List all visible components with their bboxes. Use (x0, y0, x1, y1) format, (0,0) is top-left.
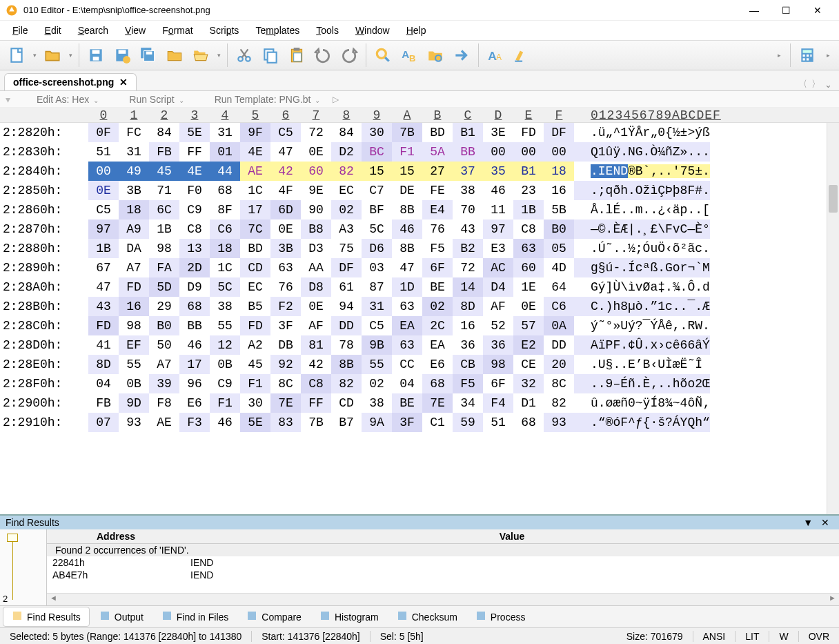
menu-search[interactable]: Search (71, 22, 115, 39)
hex-row[interactable]: 2:2860h:C5186CC98F176D9002BF8BE470111B5B… (0, 200, 839, 219)
hex-byte[interactable]: D4 (483, 277, 513, 297)
hex-byte[interactable]: 3B (270, 239, 301, 258)
hex-byte[interactable]: 05 (544, 239, 574, 258)
tab-list-icon[interactable]: ⌄ (825, 79, 832, 90)
hex-byte[interactable]: 15 (362, 162, 392, 181)
hex-byte[interactable]: 70 (453, 200, 483, 219)
hex-byte[interactable]: CC (392, 355, 422, 374)
hex-byte[interactable]: 55 (210, 316, 240, 335)
paste-button[interactable] (284, 43, 309, 68)
hex-byte[interactable]: 04 (88, 374, 119, 393)
hex-byte[interactable]: E2 (513, 335, 544, 355)
hex-byte[interactable]: 47 (88, 277, 119, 297)
hex-byte[interactable]: 38 (453, 181, 483, 200)
hex-byte[interactable]: 00 (544, 142, 574, 162)
hex-byte[interactable]: CB (453, 355, 483, 374)
hex-byte[interactable]: DF (544, 123, 574, 142)
hex-byte[interactable]: C8 (513, 219, 544, 239)
scrollbar-thumb[interactable] (829, 185, 838, 213)
hex-ascii[interactable]: ý˜°»Uý?¯ÝÅê,.RW. (574, 316, 710, 335)
hex-byte[interactable]: CD (240, 258, 270, 277)
hex-byte[interactable]: BF (362, 200, 392, 219)
hex-col-header[interactable]: 0 (88, 108, 119, 122)
hex-byte[interactable]: 2C (422, 316, 453, 335)
hex-byte[interactable]: 94 (331, 297, 362, 316)
calculator-button[interactable] (795, 43, 820, 68)
hex-byte[interactable]: 8D (88, 355, 119, 374)
hex-byte[interactable]: 00 (513, 142, 544, 162)
hex-byte[interactable]: EA (392, 316, 422, 335)
hex-byte[interactable]: 5C (362, 219, 392, 239)
hex-byte[interactable]: E3 (483, 239, 513, 258)
hex-byte[interactable]: 46 (483, 181, 513, 200)
hex-byte[interactable]: 83 (270, 413, 301, 432)
redo-button[interactable] (337, 43, 362, 68)
hex-byte[interactable]: F1 (392, 142, 422, 162)
hex-byte[interactable]: 16 (453, 316, 483, 335)
hex-col-header[interactable]: 1 (119, 108, 149, 122)
hex-byte[interactable]: EA (422, 335, 453, 355)
hex-byte[interactable]: 36 (483, 335, 513, 355)
hex-col-header[interactable]: 6 (270, 108, 301, 122)
hex-row[interactable]: 2:28C0h:FD98B0BB55FD3FAFDDC5EA2C1652570A… (0, 316, 839, 335)
hex-byte[interactable]: 17 (240, 200, 270, 219)
hex-byte[interactable]: 47 (392, 258, 422, 277)
hex-byte[interactable]: 9B (362, 335, 392, 355)
hex-byte[interactable]: 0E (88, 181, 119, 200)
menu-file[interactable]: File (6, 22, 35, 39)
hex-byte[interactable]: 5D (149, 277, 179, 297)
hex-byte[interactable]: AA (301, 258, 331, 277)
hex-byte[interactable]: E6 (179, 393, 210, 413)
hex-byte[interactable]: A7 (119, 258, 149, 277)
hex-byte[interactable]: 1C (210, 258, 240, 277)
hex-byte[interactable]: FA (149, 258, 179, 277)
hex-byte[interactable]: BD (240, 239, 270, 258)
hex-byte[interactable]: 13 (179, 239, 210, 258)
hex-byte[interactable]: D1 (513, 393, 544, 413)
status-endian[interactable]: LIT (741, 631, 763, 642)
hex-byte[interactable]: FF (179, 142, 210, 162)
hex-row[interactable]: 2:2830h:5131FBFF014E470ED2BCF15ABB000000… (0, 142, 839, 162)
hex-byte[interactable]: 82 (331, 374, 362, 393)
find-tree[interactable]: 2 (0, 529, 47, 605)
hex-byte[interactable]: 18 (210, 239, 240, 258)
hex-byte[interactable]: C7 (362, 181, 392, 200)
hex-byte[interactable]: 78 (331, 335, 362, 355)
hex-byte[interactable]: 47 (270, 142, 301, 162)
hex-byte[interactable]: 5E (179, 123, 210, 142)
hex-byte[interactable]: 0B (119, 374, 149, 393)
hex-byte[interactable]: 84 (149, 123, 179, 142)
hex-byte[interactable]: B8 (301, 219, 331, 239)
open-file-button[interactable] (40, 43, 65, 68)
menu-window[interactable]: Window (348, 22, 397, 39)
run-template-dropdown[interactable]: Run Template: PNG.bt⌄ (215, 94, 325, 105)
hex-col-header[interactable]: C (453, 108, 483, 122)
hex-byte[interactable]: 46 (210, 413, 240, 432)
hex-byte[interactable]: 98 (483, 355, 513, 374)
hex-ascii[interactable]: ..9–Éñ.È‚..hõo2Œ (574, 374, 710, 393)
hex-byte[interactable]: B2 (453, 239, 483, 258)
file-tab[interactable]: office-screenshot.png ✕ (4, 73, 137, 90)
hex-ascii[interactable]: Å.lÉ..m..¿‹äp..[ (574, 200, 710, 219)
hex-byte[interactable]: 3B (119, 181, 149, 200)
hex-byte[interactable]: 00 (88, 162, 119, 181)
hex-byte[interactable]: 0E (301, 297, 331, 316)
hex-ascii[interactable]: .;qðh.OžìÇÞþ8F#. (574, 181, 710, 200)
hex-byte[interactable]: 1C (240, 181, 270, 200)
panel-close-icon[interactable]: ✕ (817, 517, 833, 528)
bottom-tab-output[interactable]: Output (91, 607, 152, 626)
hex-byte[interactable]: 9A (362, 413, 392, 432)
hex-byte[interactable]: C8 (301, 374, 331, 393)
hex-byte[interactable]: 63 (513, 239, 544, 258)
hex-row[interactable]: 2:2910h:0793AEF3465E837BB79A3FC159516893… (0, 413, 839, 432)
undo-button[interactable] (310, 43, 335, 68)
hex-byte[interactable]: 93 (119, 413, 149, 432)
hex-byte[interactable]: FE (422, 181, 453, 200)
hex-row[interactable]: 2:2890h:67A7FA2D1CCD63AADF03476F72AC604D… (0, 258, 839, 277)
hex-byte[interactable]: 44 (210, 162, 240, 181)
menu-view[interactable]: View (118, 22, 152, 39)
hex-byte[interactable]: DD (331, 316, 362, 335)
hex-byte[interactable]: 42 (270, 162, 301, 181)
hex-byte[interactable]: BB (453, 142, 483, 162)
hex-byte[interactable]: FF (301, 393, 331, 413)
